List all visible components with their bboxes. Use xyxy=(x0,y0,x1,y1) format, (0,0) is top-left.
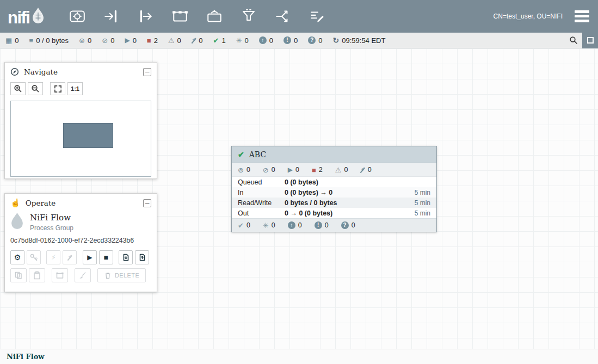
disable-button[interactable]: ⚡ xyxy=(63,250,77,264)
paste-icon xyxy=(33,271,41,280)
stat-queued: ≡ 0 / 0 bytes xyxy=(29,36,69,45)
delete-button[interactable]: DELETE xyxy=(97,268,146,282)
selected-component-type: Process Group xyxy=(30,224,73,232)
upload-template-button[interactable] xyxy=(135,250,149,264)
pg-stat-transmitting: ⊚ 0 xyxy=(238,166,250,174)
zoom-in-button[interactable] xyxy=(10,82,26,95)
version-check-icon: ✔ xyxy=(238,150,244,159)
sync-failure-icon: ? xyxy=(341,221,349,229)
hamburger-bar xyxy=(575,15,589,18)
refresh-time: 09:59:54 EDT xyxy=(342,36,385,45)
pg-footer-locally-modified-stale: ! 0 xyxy=(315,221,329,229)
funnel-toolbar-icon[interactable] xyxy=(239,5,258,28)
stopped-count: 2 xyxy=(154,36,158,45)
configuration-button[interactable]: ⚙ xyxy=(10,250,24,264)
stat-running: ▶ 0 xyxy=(125,36,136,45)
search-button[interactable] xyxy=(565,33,582,48)
up-to-date-count: 1 xyxy=(221,36,225,45)
stat-up-to-date: ✔ 1 xyxy=(213,36,226,45)
up-to-date-check-icon: ✔ xyxy=(238,222,244,229)
process-group-toolbar-icon[interactable] xyxy=(170,5,190,28)
queued-count: 0 / 0 bytes xyxy=(36,36,69,45)
stat-locally-modified-stale: ! 0 xyxy=(283,36,298,45)
invalid-icon: ⚠ xyxy=(168,37,175,44)
disable-bolt-icon: ⚡ xyxy=(67,254,72,261)
minimap-process-group-rect[interactable] xyxy=(63,123,113,148)
birdseye-minimap[interactable] xyxy=(10,101,151,177)
process-group-footer: ✔ 0 ✳ 0 ↑ 0 ! 0 ? 0 xyxy=(232,218,436,232)
search-icon xyxy=(569,36,578,45)
label-toolbar-icon[interactable] xyxy=(307,5,327,28)
enable-button[interactable]: ⚡ xyxy=(46,250,60,264)
process-group-header: ✔ ABC xyxy=(232,146,436,163)
running-icon: ▶ xyxy=(288,166,293,173)
input-port-toolbar-icon[interactable] xyxy=(102,5,121,28)
current-user: CN=test_user, OU=NIFI xyxy=(494,13,563,20)
running-icon: ▶ xyxy=(125,37,130,44)
template-toolbar-icon[interactable] xyxy=(273,5,293,28)
disabled-icon: ⚡ xyxy=(360,166,365,173)
zoom-out-icon xyxy=(31,84,40,93)
pg-footer-stale: ↑ 0 xyxy=(288,221,302,229)
start-button[interactable]: ▶ xyxy=(83,250,97,264)
refresh-icon[interactable]: ↻ xyxy=(333,36,340,44)
sync-failure-count: 0 xyxy=(318,36,322,45)
stat-refresh: ↻ 09:59:54 EDT xyxy=(333,36,386,45)
process-group-abc[interactable]: ✔ ABC ⊚ 0 ⊘ 0 ▶ 0 ■ 2 ⚠ 0 xyxy=(231,146,437,232)
fill-color-button[interactable] xyxy=(75,268,91,282)
stop-square-icon: ■ xyxy=(103,253,108,262)
not-transmitting-count: 0 xyxy=(110,36,114,45)
stale-icon: ↑ xyxy=(288,221,295,229)
nifi-drop-icon xyxy=(32,7,45,26)
pg-row-in: In 0 (0 bytes) → 0 5 min xyxy=(232,187,436,198)
processor-toolbar-icon[interactable] xyxy=(67,5,87,28)
navigate-panel-header: Navigate − xyxy=(5,63,157,79)
active-threads-count: 0 xyxy=(15,36,19,45)
breadcrumb-nifi-flow[interactable]: NiFi Flow xyxy=(7,353,45,361)
paste-button[interactable] xyxy=(29,268,45,282)
locally-modified-stale-icon: ! xyxy=(283,36,291,44)
output-port-toolbar-icon[interactable] xyxy=(136,5,156,28)
hamburger-bar xyxy=(575,10,589,13)
zoom-fit-icon xyxy=(54,85,62,93)
pg-row-out: Out 0 → 0 (0 bytes) 5 min xyxy=(232,208,436,218)
group-button[interactable] xyxy=(52,268,68,282)
stat-not-transmitting: ⊘ 0 xyxy=(102,36,114,45)
actual-size-label: 1:1 xyxy=(71,85,79,92)
zoom-out-button[interactable] xyxy=(28,82,43,95)
start-play-icon: ▶ xyxy=(87,254,92,261)
create-template-button[interactable] xyxy=(119,250,133,264)
stopped-icon: ■ xyxy=(147,37,151,44)
running-count: 0 xyxy=(133,36,137,45)
stat-transmitting: ⊚ 0 xyxy=(79,36,91,45)
stat-locally-modified: ✳ 0 xyxy=(236,36,249,45)
gear-icon: ⚙ xyxy=(14,253,21,262)
transmitting-count: 0 xyxy=(88,36,91,45)
operate-panel-title: Operate xyxy=(26,199,56,207)
stat-stopped: ■ 2 xyxy=(147,36,158,45)
copy-button[interactable] xyxy=(10,268,27,282)
zoom-actual-size-button[interactable]: 1:1 xyxy=(67,82,83,95)
navigate-collapse-button[interactable]: − xyxy=(143,68,151,76)
remote-process-group-toolbar-icon[interactable] xyxy=(205,5,224,28)
operate-panel: ☝ Operate − NiFi Flow Process Group 0c75… xyxy=(4,193,157,292)
birdseye-toggle-button[interactable] xyxy=(582,33,598,48)
brush-icon xyxy=(78,271,87,280)
selected-component-name: NiFi Flow xyxy=(30,213,73,223)
stat-stale: ↑ 0 xyxy=(259,36,273,45)
stop-button[interactable]: ■ xyxy=(99,250,113,264)
operate-panel-header: ☝ Operate − xyxy=(5,194,157,210)
disabled-count: 0 xyxy=(199,36,202,45)
zoom-fit-button[interactable] xyxy=(50,82,65,95)
stale-icon: ↑ xyxy=(259,36,267,44)
global-menu-button[interactable] xyxy=(575,10,589,22)
operate-collapse-button[interactable]: − xyxy=(143,199,151,207)
access-policies-button[interactable] xyxy=(27,250,41,264)
nifi-logo: nifi xyxy=(8,7,45,26)
statusbar-right xyxy=(565,33,598,48)
navigate-panel: Navigate − 1:1 xyxy=(4,62,157,179)
hamburger-bar xyxy=(575,20,589,22)
flow-canvas[interactable]: Navigate − 1:1 ☝ Operate − xyxy=(0,48,598,349)
operate-buttons-row-1: ⚙ ⚡ ⚡ ▶ ■ xyxy=(10,250,151,264)
pg-stat-not-transmitting: ⊘ 0 xyxy=(263,166,275,174)
